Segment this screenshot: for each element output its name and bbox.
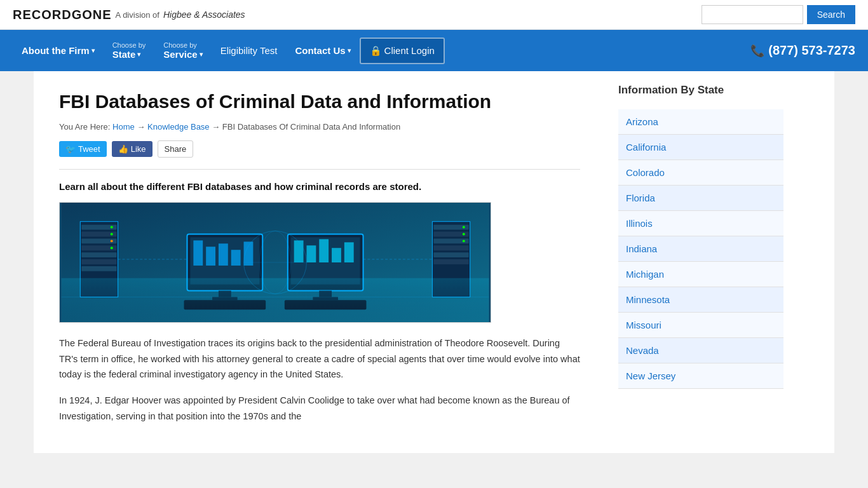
nav-item-service[interactable]: Choose by Service ▾ bbox=[154, 30, 211, 71]
nav-left: About the Firm ▾ Choose by State ▾ Choos… bbox=[13, 30, 445, 71]
state-list-item: Colorado bbox=[618, 160, 783, 186]
phone-icon: 📞 bbox=[750, 44, 764, 58]
svg-rect-26 bbox=[193, 240, 203, 266]
phone-text: (877) 573-7273 bbox=[768, 43, 855, 58]
like-label: Like bbox=[131, 144, 146, 154]
svg-rect-27 bbox=[206, 247, 215, 266]
tweet-button[interactable]: 🐦 Tweet bbox=[59, 141, 107, 157]
breadcrumb-home[interactable]: Home bbox=[112, 122, 135, 132]
article-paragraph-2: In 1924, J. Edgar Hoover was appointed b… bbox=[59, 393, 580, 424]
state-link[interactable]: Indiana bbox=[618, 236, 783, 261]
state-list-item: Indiana bbox=[618, 236, 783, 262]
svg-rect-29 bbox=[231, 250, 241, 266]
chevron-down-icon: ▾ bbox=[137, 51, 140, 58]
lock-icon: 🔒 bbox=[370, 45, 382, 57]
share-label: Share bbox=[165, 144, 187, 154]
page-wrapper: FBI Databases of Criminal Data and Infor… bbox=[34, 71, 834, 453]
article-paragraph-1: The Federal Bureau of Investigation trac… bbox=[59, 336, 580, 383]
svg-point-21 bbox=[463, 226, 465, 229]
facebook-icon: 👍 bbox=[118, 144, 128, 154]
state-link[interactable]: Colorado bbox=[618, 160, 783, 185]
svg-point-23 bbox=[463, 240, 465, 242]
svg-point-22 bbox=[463, 233, 465, 235]
nav-service-small: Choose by bbox=[163, 41, 202, 49]
state-list-item: Missouri bbox=[618, 313, 783, 338]
state-link[interactable]: Arizona bbox=[618, 109, 783, 134]
svg-rect-9 bbox=[81, 266, 116, 271]
social-buttons: 🐦 Tweet 👍 Like Share bbox=[59, 140, 580, 158]
state-list-item: Florida bbox=[618, 186, 783, 211]
phone-number: 📞 (877) 573-7273 bbox=[750, 43, 855, 58]
nav-item-contact[interactable]: Contact Us ▾ bbox=[286, 34, 359, 67]
breadcrumb-knowledge-base[interactable]: Knowledge Base bbox=[147, 122, 210, 132]
logo-area: RECORDGONE A division of Higbee & Associ… bbox=[13, 8, 245, 22]
state-list-item: Nevada bbox=[618, 338, 783, 363]
svg-rect-20 bbox=[433, 259, 468, 264]
search-input[interactable] bbox=[702, 5, 803, 24]
main-content: FBI Databases of Criminal Data and Infor… bbox=[34, 71, 606, 453]
state-list-item: Arizona bbox=[618, 109, 783, 135]
brand-logo: RECORDGONE bbox=[13, 8, 112, 22]
chevron-down-icon: ▾ bbox=[200, 51, 203, 58]
state-link[interactable]: Missouri bbox=[618, 313, 783, 337]
nav-item-state[interactable]: Choose by State ▾ bbox=[104, 30, 155, 71]
nav-item-eligibility[interactable]: Eligibility Test bbox=[212, 34, 287, 67]
sidebar: Information By State ArizonaCaliforniaCo… bbox=[606, 71, 796, 453]
article-body: The Federal Bureau of Investigation trac… bbox=[59, 336, 580, 424]
breadcrumb-prefix: You Are Here: bbox=[59, 122, 110, 132]
state-list-item: California bbox=[618, 135, 783, 160]
svg-rect-8 bbox=[81, 259, 116, 264]
nav-item-about[interactable]: About the Firm ▾ bbox=[13, 34, 104, 67]
state-list-item: Minnesota bbox=[618, 287, 783, 313]
nav-state-small: Choose by bbox=[112, 41, 146, 49]
state-link[interactable]: Nevada bbox=[618, 338, 783, 363]
state-link[interactable]: California bbox=[618, 135, 783, 159]
twitter-icon: 🐦 bbox=[65, 144, 76, 154]
svg-rect-19 bbox=[433, 252, 468, 257]
chevron-down-icon: ▾ bbox=[348, 47, 351, 54]
firm-name: Higbee & Associates bbox=[163, 10, 245, 20]
svg-point-13 bbox=[111, 247, 113, 249]
state-link[interactable]: New Jersey bbox=[618, 363, 783, 388]
svg-rect-39 bbox=[344, 242, 354, 262]
svg-rect-38 bbox=[332, 248, 341, 262]
state-list-item: Michigan bbox=[618, 262, 783, 287]
top-bar: RECORDGONE A division of Higbee & Associ… bbox=[0, 0, 868, 30]
article-image bbox=[59, 202, 491, 323]
svg-point-10 bbox=[111, 226, 113, 229]
sidebar-title: Information By State bbox=[618, 84, 783, 102]
chevron-down-icon: ▾ bbox=[92, 47, 95, 54]
state-link[interactable]: Minnesota bbox=[618, 287, 783, 312]
nav-login-label: Client Login bbox=[384, 45, 435, 56]
nav-contact-label: Contact Us bbox=[295, 45, 345, 56]
content-divider bbox=[59, 169, 580, 170]
search-button[interactable]: Search bbox=[807, 5, 855, 24]
svg-rect-35 bbox=[294, 240, 304, 262]
state-link[interactable]: Illinois bbox=[618, 211, 783, 236]
svg-rect-49 bbox=[62, 278, 489, 322]
nav-bar: About the Firm ▾ Choose by State ▾ Choos… bbox=[0, 30, 868, 71]
breadcrumb: You Are Here: Home → Knowledge Base → FB… bbox=[59, 122, 580, 132]
svg-rect-36 bbox=[306, 245, 316, 262]
search-area: Search bbox=[702, 5, 855, 24]
svg-rect-7 bbox=[81, 252, 116, 257]
share-button[interactable]: Share bbox=[158, 140, 194, 158]
svg-rect-18 bbox=[433, 245, 468, 250]
nav-eligibility-label: Eligibility Test bbox=[220, 45, 278, 56]
state-list-item: New Jersey bbox=[618, 363, 783, 389]
svg-rect-37 bbox=[319, 239, 329, 262]
lead-text: Learn all about the different FBI databa… bbox=[59, 181, 580, 192]
like-button[interactable]: 👍 Like bbox=[112, 141, 153, 157]
state-link[interactable]: Florida bbox=[618, 186, 783, 210]
state-link[interactable]: Michigan bbox=[618, 262, 783, 287]
nav-service-label: Service bbox=[163, 49, 197, 60]
state-list-item: Illinois bbox=[618, 211, 783, 236]
nav-about-label: About the Firm bbox=[22, 45, 90, 56]
svg-point-12 bbox=[111, 240, 113, 242]
svg-rect-28 bbox=[219, 243, 228, 266]
article-title: FBI Databases of Criminal Data and Infor… bbox=[59, 90, 580, 113]
state-list: ArizonaCaliforniaColoradoFloridaIllinois… bbox=[618, 109, 783, 389]
nav-item-login[interactable]: 🔒 Client Login bbox=[360, 37, 445, 64]
division-text: A division of bbox=[116, 10, 159, 20]
svg-point-11 bbox=[111, 233, 113, 235]
